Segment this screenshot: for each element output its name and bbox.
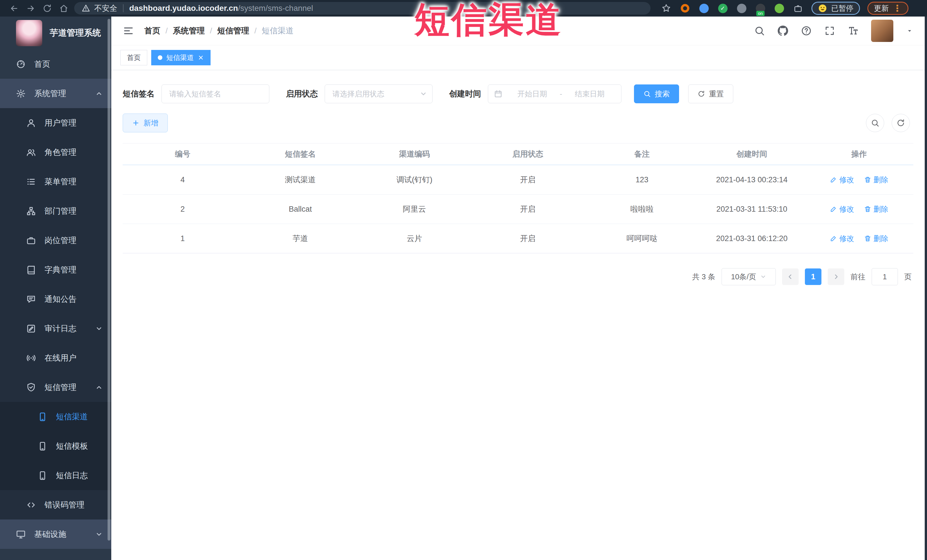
gear-icon: [16, 89, 26, 99]
sidebar-item-system[interactable]: 系统管理: [0, 79, 111, 108]
sidebar-item-error-code[interactable]: 错误码管理: [0, 490, 111, 519]
edit-link[interactable]: 修改: [830, 204, 854, 214]
sidebar-item-sms-channel[interactable]: 短信渠道: [0, 402, 111, 431]
extension-badge: on: [756, 11, 764, 16]
paused-extension-button[interactable]: 已暂停: [812, 2, 860, 15]
sidebar-item-user-mgmt[interactable]: 用户管理: [0, 108, 111, 138]
status-select[interactable]: 请选择启用状态: [325, 85, 433, 103]
edit-pen-icon: [830, 235, 837, 242]
cell-code: 阿里云: [358, 204, 471, 214]
signature-input[interactable]: 请输入短信签名: [161, 85, 269, 103]
browser-back-button[interactable]: [6, 0, 22, 17]
sidebar-item-home[interactable]: 首页: [0, 49, 111, 79]
delete-link[interactable]: 删除: [864, 234, 889, 244]
filter-form: 短信签名 请输入短信签名 启用状态 请选择启用状态 创建时间 开始日期 - 结: [123, 85, 913, 103]
page-size-select[interactable]: 10条/页: [722, 268, 776, 285]
search-button[interactable]: 搜索: [634, 85, 679, 103]
sidebar-item-sms-template[interactable]: 短信模板: [0, 431, 111, 461]
update-label: 更新: [874, 3, 889, 14]
delete-link-label: 删除: [874, 204, 889, 214]
extensions-puzzle-icon[interactable]: [792, 2, 804, 15]
reset-button[interactable]: 重置: [688, 85, 733, 103]
browser-forward-button[interactable]: [22, 0, 39, 17]
sidebar-item-notice[interactable]: 通知公告: [0, 284, 111, 314]
browser-home-button[interactable]: [55, 0, 72, 17]
edit-link-label: 修改: [839, 204, 854, 214]
delete-link-label: 删除: [874, 175, 889, 185]
prev-page-button[interactable]: [782, 269, 799, 285]
bookmark-star-icon[interactable]: [660, 2, 672, 15]
breadcrumb-system[interactable]: 系统管理: [173, 26, 205, 36]
close-icon[interactable]: [198, 55, 204, 61]
edit-link[interactable]: 修改: [830, 234, 854, 244]
sidebar-item-dept-mgmt[interactable]: 部门管理: [0, 196, 111, 226]
ext-gray-tools-icon[interactable]: [736, 2, 748, 15]
sidebar-scrollbar[interactable]: [108, 19, 110, 540]
refresh-table-button[interactable]: [892, 114, 910, 132]
edit-link[interactable]: 修改: [830, 175, 854, 185]
delete-link[interactable]: 删除: [864, 204, 889, 214]
menu-fold-icon[interactable]: [123, 25, 134, 36]
font-size-icon[interactable]: [848, 26, 859, 36]
sidebar-item-online-user[interactable]: 在线用户: [0, 343, 111, 373]
sidebar-item-audit-log[interactable]: 审计日志: [0, 314, 111, 343]
url-text: dashboard.yudao.iocoder.cn/system/sms-ch…: [129, 4, 313, 13]
sidebar-item-sms-mgmt[interactable]: 短信管理: [0, 373, 111, 402]
avatar[interactable]: [871, 20, 894, 42]
help-icon[interactable]: [801, 26, 812, 36]
cell-id: 1: [123, 234, 243, 243]
app-logo-row[interactable]: 芋道管理系统: [0, 17, 111, 49]
phone-icon: [38, 471, 47, 480]
sidebar-item-infra[interactable]: 基础设施: [0, 519, 111, 549]
breadcrumb: 首页 / 系统管理 / 短信管理 / 短信渠道: [144, 26, 293, 36]
extension-icons: ✓on: [660, 2, 804, 15]
browser-update-button[interactable]: 更新 ⋮: [867, 2, 909, 15]
ext-orange-ring-icon[interactable]: [679, 2, 691, 15]
ext-dark-panel-icon[interactable]: on: [754, 2, 766, 15]
cell-remark: 啦啦啦: [585, 204, 699, 214]
arrow-left-icon: [9, 4, 19, 13]
edit-link-label: 修改: [839, 175, 854, 185]
next-page-button[interactable]: [828, 269, 844, 285]
current-page-button[interactable]: 1: [805, 269, 821, 285]
search-icon[interactable]: [754, 26, 765, 36]
url-bar[interactable]: 不安全 dashboard.yudao.iocoder.cn/system/sm…: [74, 2, 650, 15]
breadcrumb-sms[interactable]: 短信管理: [217, 26, 249, 36]
column-header-actions: 操作: [805, 149, 913, 159]
ext-blue-drop-icon[interactable]: [698, 2, 710, 15]
date-range-picker[interactable]: 开始日期 - 结束日期: [488, 85, 622, 103]
sidebar-item-sms-log[interactable]: 短信日志: [0, 461, 111, 490]
ext-green-leaf-icon[interactable]: [773, 2, 785, 15]
delete-link-label: 删除: [874, 234, 889, 244]
logo-image: [16, 20, 42, 46]
github-icon[interactable]: [778, 26, 788, 36]
add-button[interactable]: 新增: [123, 114, 168, 132]
delete-link[interactable]: 删除: [864, 175, 889, 185]
cell-signature: Ballcat: [243, 205, 358, 214]
goto-page-input[interactable]: 1: [872, 268, 898, 285]
signature-label: 短信签名: [123, 88, 155, 99]
tab-label: 首页: [127, 53, 141, 62]
sidebar-item-role-mgmt[interactable]: 角色管理: [0, 138, 111, 167]
ring-glyph: [681, 4, 689, 12]
browser-reload-button[interactable]: [39, 0, 55, 17]
breadcrumb-home[interactable]: 首页: [144, 26, 160, 36]
sidebar-item-dict-mgmt[interactable]: 字典管理: [0, 255, 111, 284]
pagination: 共 3 条 10条/页 1 前往 1 页: [123, 268, 913, 285]
reload-icon: [43, 4, 52, 13]
sidebar-item-post-mgmt[interactable]: 岗位管理: [0, 226, 111, 255]
caret-down-icon[interactable]: [906, 27, 913, 35]
tab-sms-channel[interactable]: 短信渠道: [151, 50, 211, 65]
total-count: 共 3 条: [692, 272, 715, 282]
url-path: /system/sms-channel: [238, 4, 313, 12]
url-divider: [123, 4, 123, 12]
sidebar-item-menu-mgmt[interactable]: 菜单管理: [0, 167, 111, 196]
fullscreen-icon[interactable]: [824, 26, 835, 36]
ext-green-check-icon[interactable]: ✓: [717, 2, 729, 15]
tab-home[interactable]: 首页: [120, 50, 147, 65]
sidebar-item-label: 部门管理: [44, 206, 76, 217]
table-row: 2Ballcat阿里云开启啦啦啦2021-03-31 11:53:10 修改 删…: [123, 194, 913, 224]
browser-menu-dots-icon[interactable]: ⋮: [893, 3, 902, 14]
toggle-search-button[interactable]: [866, 114, 884, 132]
chevron-up-icon: [95, 90, 103, 97]
